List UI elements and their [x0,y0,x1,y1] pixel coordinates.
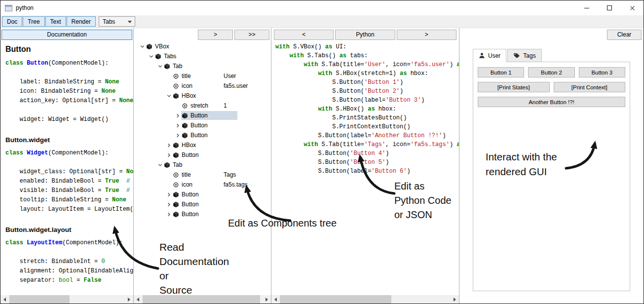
tree-horizontal-scrollbar[interactable] [134,295,271,304]
minimize-button[interactable] [575,0,598,15]
tree-content[interactable]: VBoxTabsTabtitleUsericonfa5s.userHBoxstr… [134,41,271,295]
scroll-right-icon [454,298,456,302]
tree-item-value: fa5s.tags [224,181,248,188]
tree-item[interactable]: Button [139,209,271,219]
render-tab-user[interactable]: User [473,49,506,62]
tree-indent-spacer [139,115,174,116]
tree-item[interactable]: Button [139,190,271,199]
code-prev-button[interactable]: < [274,30,334,40]
tree-step-button[interactable]: > [198,30,233,40]
scrollbar-track[interactable] [280,295,451,304]
chevron-down-icon[interactable] [156,64,163,69]
toolbar-button-tree[interactable]: Tree [23,16,44,27]
chevron-right-icon[interactable] [165,143,172,148]
scrollbar-track[interactable] [142,295,263,304]
scroll-left-button[interactable] [134,295,142,304]
tree-item-cell: Button [172,210,201,219]
scrollbar-thumb[interactable] [143,295,260,304]
code-language-button[interactable]: Python [335,30,395,40]
close-button[interactable] [621,0,644,15]
chevron-down-icon[interactable] [139,44,146,49]
property-icon [173,73,179,79]
scroll-right-button[interactable] [451,295,459,304]
tree-item-cell: Tab [163,62,185,71]
code-next-button[interactable]: > [397,30,456,40]
code-line: S.Button('Button 1') [275,78,459,87]
render-button[interactable]: Another Button !?! [478,97,625,107]
tree-item-label: Button [190,122,208,129]
tree-indent-spacer [139,175,165,175]
tree-item-label: Tab [173,161,182,168]
tree-item[interactable]: iconfa5s.tags [139,180,271,190]
toolbar-button-text[interactable]: Text [45,16,66,27]
tree-item[interactable]: Button [139,150,271,160]
tree-item[interactable]: Tab [139,160,271,170]
scroll-right-button[interactable] [125,295,133,304]
documentation-button[interactable]: Documentation [1,30,132,40]
tree-item[interactable]: Button [139,120,271,130]
box-icon [173,211,179,218]
doc-content[interactable]: Buttonclass Button(ComponentModel): labe… [0,41,133,295]
toolbar-button-render[interactable]: Render [67,16,96,27]
tree-item[interactable]: Button [139,111,271,120]
tree-item[interactable]: VBox [139,41,271,51]
tree-item[interactable]: Tab [139,61,271,71]
doc-section-code: class Button(ComponentModel): label: Bin… [5,59,133,124]
render-tab-tags[interactable]: Tags [507,49,541,62]
box-icon [173,93,179,99]
doc-horizontal-scrollbar[interactable] [0,295,133,304]
render-button[interactable]: Button 3 [579,67,625,77]
chevron-right-icon[interactable] [174,113,181,118]
toolbar-button-doc[interactable]: Doc [2,16,22,27]
render-button[interactable]: [Print Context] [554,82,626,92]
tree-item-label: Button [182,152,199,158]
scroll-right-button[interactable] [263,295,271,304]
scrollbar-track[interactable] [9,295,125,304]
tree-indent-spacer [139,145,165,146]
toolbar: DocTreeTextRender Tabs [0,15,644,28]
tree-item[interactable]: stretch1 [139,101,271,111]
render-button[interactable]: Button 2 [528,67,574,77]
chevron-down-icon[interactable] [148,54,154,59]
tree-indent-spacer [139,155,165,155]
tree-item-label: Button [190,132,208,139]
tree-item[interactable]: Tabs [139,51,271,61]
render-button[interactable]: Button 1 [478,67,524,77]
chevron-right-icon[interactable] [165,212,172,217]
chevron-right-icon[interactable] [165,152,172,158]
box-icon [182,113,188,119]
chevron-down-icon[interactable] [156,162,163,168]
chevron-down-icon[interactable] [165,93,172,99]
tree-step-all-button[interactable]: >> [234,30,269,40]
scroll-left-button[interactable] [0,295,9,304]
code-horizontal-scrollbar[interactable] [271,295,459,304]
chevron-right-icon[interactable] [165,202,172,207]
code-content[interactable]: with S.VBox() as UI: with S.Tabs() as ta… [271,41,459,295]
title-bar[interactable]: python [0,0,644,15]
tree-item[interactable]: titleTags [139,170,271,180]
maximize-button[interactable] [598,0,621,15]
scrollbar-thumb[interactable] [280,295,391,304]
code-line: widget_class: Optional[str] = None [5,167,133,177]
tree-item-cell: Tab [163,160,185,169]
scroll-left-button[interactable] [271,295,280,304]
render-button[interactable]: [Print States] [478,82,550,92]
tree-item[interactable]: iconfa5s.user [139,81,271,91]
tree-item[interactable]: Button [139,199,271,209]
tree-item[interactable]: HBox [139,140,271,150]
tree-indent-spacer [139,185,165,185]
box-icon [173,201,179,208]
view-mode-select[interactable]: Tabs [99,16,135,27]
tree-item[interactable]: Button [139,130,271,140]
clear-button[interactable]: Clear [607,30,642,40]
scrollbar-thumb[interactable] [9,295,70,304]
chevron-right-icon[interactable] [165,192,172,197]
tree-item[interactable]: HBox [139,91,271,101]
chevron-right-icon[interactable] [174,133,181,138]
chevron-right-icon[interactable] [174,123,181,128]
tree-item-label: Button [182,201,199,208]
rendered-gui-panel: Clear UserTags Button 1Button 2Button 3[… [459,28,644,304]
minimize-icon [584,8,589,8]
tree-item[interactable]: titleUser [139,71,271,81]
scroll-right-icon [128,298,130,302]
